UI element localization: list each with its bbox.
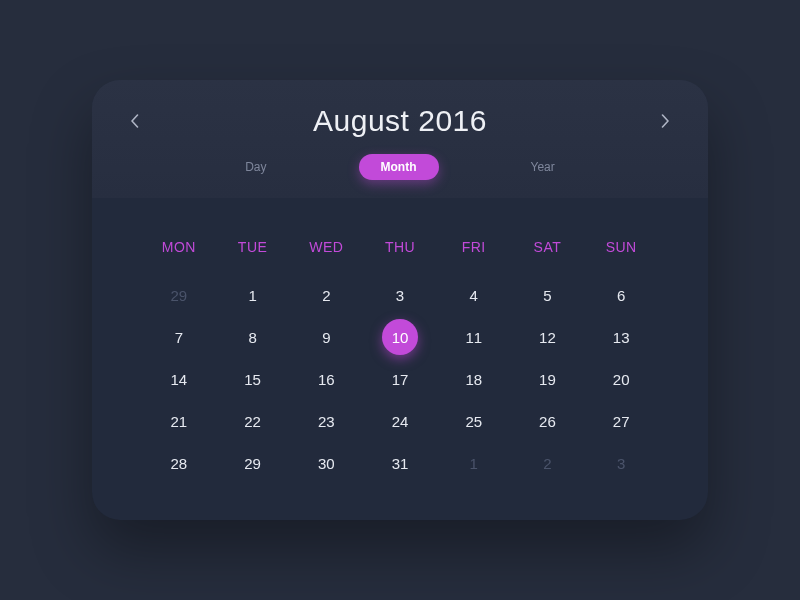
weekday-label: TUE [216,226,290,268]
day-number: 9 [322,329,330,346]
day-number: 1 [470,455,478,472]
day-cell[interactable]: 3 [584,442,658,484]
week-row: 21222324252627 [142,400,658,442]
day-cell[interactable]: 17 [363,358,437,400]
day-cell[interactable]: 9 [289,316,363,358]
week-row: 14151617181920 [142,358,658,400]
week-row: 28293031123 [142,442,658,484]
weekday-label: THU [363,226,437,268]
day-number: 30 [318,455,335,472]
day-number: 3 [396,287,404,304]
day-number: 14 [171,371,188,388]
month-year-title: August 2016 [313,104,487,138]
day-cell[interactable]: 14 [142,358,216,400]
day-number: 7 [175,329,183,346]
day-number: 11 [465,329,482,346]
day-number: 12 [539,329,556,346]
day-cell[interactable]: 29 [216,442,290,484]
day-number: 24 [392,413,409,430]
day-cell[interactable]: 12 [511,316,585,358]
day-number: 2 [322,287,330,304]
day-cell[interactable]: 25 [437,400,511,442]
day-number: 17 [392,371,409,388]
day-cell[interactable]: 28 [142,442,216,484]
day-number: 15 [244,371,261,388]
day-cell[interactable]: 1 [437,442,511,484]
day-cell[interactable]: 11 [437,316,511,358]
weekday-label: WED [289,226,363,268]
day-number: 29 [244,455,261,472]
day-number: 8 [248,329,256,346]
chevron-right-icon [661,114,670,128]
day-cell[interactable]: 6 [584,274,658,316]
day-cell-selected[interactable]: 10 [363,316,437,358]
day-cell[interactable]: 7 [142,316,216,358]
day-cell[interactable]: 24 [363,400,437,442]
day-number: 23 [318,413,335,430]
weekday-label: FRI [437,226,511,268]
calendar-card: August 2016 Day Month Year MON TUE WED T… [92,80,708,520]
day-number: 18 [465,371,482,388]
day-cell[interactable]: 4 [437,274,511,316]
day-cell[interactable]: 16 [289,358,363,400]
day-number: 3 [617,455,625,472]
day-number: 21 [171,413,188,430]
day-cell[interactable]: 23 [289,400,363,442]
day-cell[interactable]: 30 [289,442,363,484]
day-cell[interactable]: 20 [584,358,658,400]
day-cell[interactable]: 29 [142,274,216,316]
day-cell[interactable]: 26 [511,400,585,442]
day-number: 27 [613,413,630,430]
day-number: 31 [392,455,409,472]
day-cell[interactable]: 19 [511,358,585,400]
view-tabs: Day Month Year [120,154,680,180]
day-number: 13 [613,329,630,346]
tab-day[interactable]: Day [223,154,288,180]
day-number: 25 [465,413,482,430]
day-cell[interactable]: 21 [142,400,216,442]
day-cell[interactable]: 31 [363,442,437,484]
day-cell[interactable]: 5 [511,274,585,316]
day-cell[interactable]: 1 [216,274,290,316]
calendar-header: August 2016 Day Month Year [92,80,708,198]
chevron-left-icon [130,114,139,128]
next-month-button[interactable] [652,107,680,135]
day-cell[interactable]: 2 [289,274,363,316]
tab-month[interactable]: Month [359,154,439,180]
weekday-label: SUN [584,226,658,268]
day-cell[interactable]: 18 [437,358,511,400]
day-number: 19 [539,371,556,388]
day-number: 20 [613,371,630,388]
week-row: 78910111213 [142,316,658,358]
day-number: 16 [318,371,335,388]
day-cell[interactable]: 13 [584,316,658,358]
calendar-grid: MON TUE WED THU FRI SAT SUN 291234567891… [92,198,708,520]
week-row: 29123456 [142,274,658,316]
weekday-label: MON [142,226,216,268]
day-cell[interactable]: 2 [511,442,585,484]
weekday-label: SAT [511,226,585,268]
day-number: 1 [248,287,256,304]
day-number: 22 [244,413,261,430]
weekday-row: MON TUE WED THU FRI SAT SUN [142,226,658,274]
day-cell[interactable]: 8 [216,316,290,358]
day-cell[interactable]: 3 [363,274,437,316]
day-number: 10 [382,319,418,355]
day-number: 29 [171,287,188,304]
day-number: 5 [543,287,551,304]
day-number: 6 [617,287,625,304]
day-cell[interactable]: 15 [216,358,290,400]
title-row: August 2016 [120,104,680,138]
day-cell[interactable]: 27 [584,400,658,442]
day-number: 26 [539,413,556,430]
day-number: 28 [171,455,188,472]
tab-year[interactable]: Year [509,154,577,180]
prev-month-button[interactable] [120,107,148,135]
day-number: 2 [543,455,551,472]
day-cell[interactable]: 22 [216,400,290,442]
day-number: 4 [470,287,478,304]
